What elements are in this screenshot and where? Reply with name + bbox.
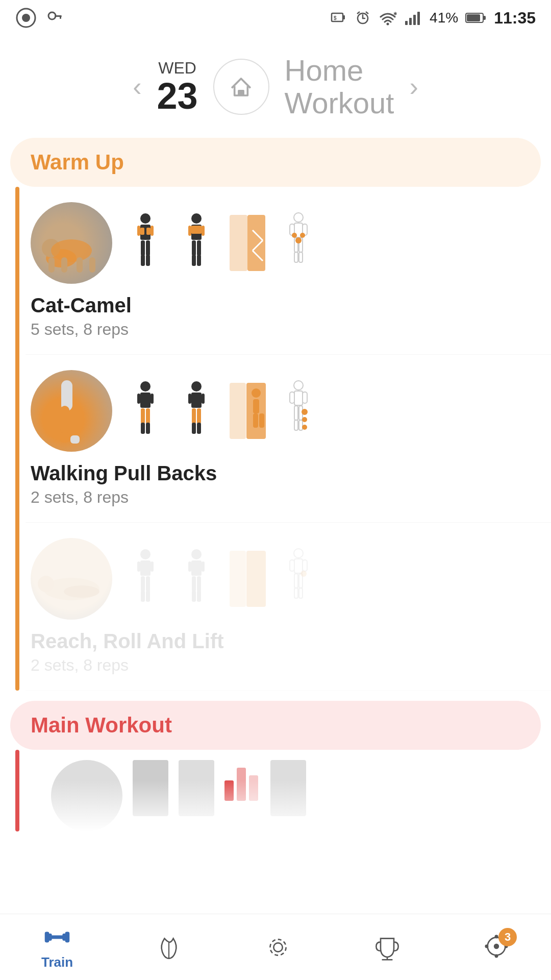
main-exercise-diagram-2 [179,760,214,816]
svg-rect-35 [151,226,154,236]
battery-percent: 41% [430,10,458,26]
home-workout-icon[interactable] [213,59,269,115]
figure-joints-reach [276,546,321,612]
nav-item-settings[interactable] [265,934,291,961]
svg-point-40 [191,213,202,224]
exercise-thumb-walking [31,370,112,452]
svg-line-12 [366,12,368,14]
exercise-name-cat-camel: Cat-Camel [31,294,536,317]
exercise-item-walking-pull-backs[interactable]: Walking Pull Backs 2 sets, 8 reps [26,355,551,523]
warm-up-exercise-list: Cat-Camel 5 sets, 8 reps [0,187,551,691]
figure-back-reach [173,546,219,612]
svg-rect-26 [48,257,55,273]
svg-rect-93 [294,391,303,405]
svg-rect-29 [89,257,95,273]
nutrition-icon [156,934,182,961]
svg-rect-85 [197,423,201,434]
status-icon-spotify [15,7,37,29]
motion-icon-reach [224,546,270,612]
svg-rect-94 [290,392,294,403]
svg-point-124 [294,549,303,558]
svg-rect-136 [48,934,52,941]
svg-rect-84 [192,423,196,434]
svg-rect-121 [197,591,201,602]
figure-joints-cat-camel [276,210,321,276]
svg-rect-81 [202,394,205,404]
nav-train-label: Train [41,954,73,970]
exercise-item-cat-camel[interactable]: Cat-Camel 5 sets, 8 reps [26,187,551,355]
nav-item-nutrition[interactable] [156,934,182,961]
figure-front-walk [122,378,168,444]
svg-rect-74 [141,408,145,424]
motion-icon-cat-camel [224,210,270,276]
svg-point-30 [140,213,151,224]
svg-rect-89 [253,399,259,413]
bottom-navigation: Train [0,914,551,980]
svg-rect-120 [192,591,196,602]
exercise-detail-walking: 2 sets, 8 reps [31,488,536,507]
battery-saver-icon: $ [330,9,347,27]
svg-rect-69 [70,435,80,444]
next-day-button[interactable]: › [410,71,418,102]
explore-badge: 3 [498,928,517,946]
svg-rect-45 [192,240,196,256]
svg-point-25 [51,239,92,262]
svg-rect-44 [202,226,205,236]
svg-rect-117 [202,561,205,572]
svg-point-63 [292,233,297,238]
main-exercise-diagram-3 [270,760,306,816]
exercise-row-walking-pull-backs [31,370,536,452]
workout-title-block: Home Workout [285,54,394,119]
walking-image [31,370,112,452]
svg-rect-28 [77,257,83,273]
svg-rect-113 [146,591,150,602]
svg-point-145 [495,935,498,938]
svg-rect-21 [483,16,486,20]
house-icon [227,73,255,101]
svg-rect-111 [146,576,150,592]
svg-rect-37 [146,240,150,256]
svg-rect-119 [197,576,201,592]
svg-rect-86 [230,383,246,439]
main-exercise-diagram-1 [133,760,168,816]
status-left-icons [15,7,64,29]
svg-rect-18 [417,12,420,25]
day-name: WED [157,59,198,77]
prev-day-button[interactable]: ‹ [133,71,141,102]
svg-rect-127 [303,560,307,571]
svg-rect-66 [60,406,69,434]
svg-point-101 [302,417,307,422]
svg-rect-118 [192,576,196,592]
main-exercise-bar-icon [224,760,260,801]
alarm-icon [354,9,371,27]
svg-point-62 [295,237,302,243]
svg-point-102 [302,425,307,430]
reach-image [31,538,112,620]
main-workout-exercises-peek [26,750,551,831]
svg-point-1 [22,14,30,22]
svg-rect-126 [290,560,294,571]
figure-front-reach [122,546,168,612]
nav-item-explore[interactable]: 3 [483,933,510,962]
svg-rect-42 [191,226,202,234]
exercise-thumb-reach [31,538,112,620]
svg-rect-33 [146,228,151,235]
battery-icon [465,12,487,24]
body-diagrams-walking [122,378,536,444]
exercise-item-reach-roll-lift[interactable]: Reach, Roll And Lift 2 sets, 8 reps [26,523,551,691]
svg-rect-72 [137,394,140,404]
motion-icon-walking [224,378,270,444]
gear-icon [265,934,291,961]
figure-joints-walking [276,378,321,444]
header-nav: ‹ WED 23 Home Workout › [0,36,551,138]
nav-item-train[interactable]: Train [41,924,73,970]
svg-rect-73 [151,394,154,404]
exercise-row-reach [31,538,536,620]
svg-rect-137 [62,934,66,941]
svg-point-104 [38,576,54,592]
svg-rect-48 [197,255,201,266]
svg-rect-82 [192,408,196,424]
nav-item-achievements[interactable] [374,934,400,961]
exercise-detail-cat-camel: 5 sets, 8 reps [31,320,536,339]
svg-rect-99 [299,420,303,430]
